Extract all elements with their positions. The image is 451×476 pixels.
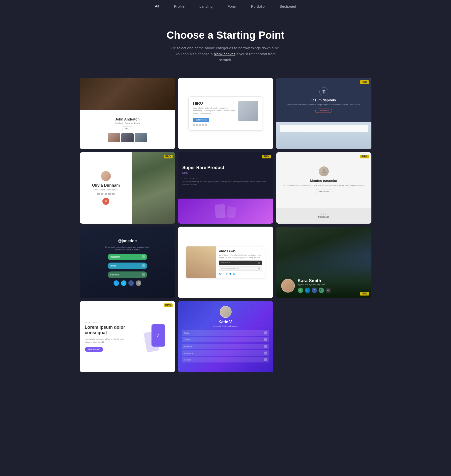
lorem-get-started-button[interactable]: Get Started [85,347,103,352]
ipsum-description: Lorem ipsum dolor sit amet consectetur a… [287,104,360,106]
katie-row-label-twitter: Twitter [184,332,190,334]
kara-name: Kara Smith [298,278,331,283]
ipsum-top-section: Ipsum dapibus Lorem ipsum dolor sit amet… [276,78,371,122]
card-lorem-ipsum[interactable]: PRO ADOBE XERO Lorem ipsum dolor consequ… [80,301,175,372]
facebook-icon[interactable]: f [223,273,224,275]
olivia-social-icons [97,193,115,195]
facebook-icon[interactable]: f [312,288,317,293]
ipsum-white-box [280,125,368,132]
instagram-icon [264,352,267,355]
user-icon[interactable]: 👤 [229,273,232,275]
thumbnail-3 [135,133,147,142]
olivia-icon-1 [97,193,100,195]
card-anne-lewis[interactable]: Anne Lewis Lorem ipsum dolor sit amet ut… [178,227,273,298]
globe-icon[interactable]: 🌐 [233,273,236,275]
nav-item-sectioned[interactable]: Sectioned [279,4,296,10]
lorem-text-area: ADOBE XERO Lorem ipsum dolor consequat N… [85,322,130,352]
anne-email-input[interactable]: anne.lewis@domain.net [219,266,262,271]
olivia-content-area: Olivia Dunham Senior Experience Engineer… [80,152,132,224]
card-super-rare-product[interactable]: PRO Super Rare Product $199 THE DETAILS … [178,152,273,224]
hiro-card-inner: HIRO Lorem ipsum dolor sit amet consecte… [188,96,263,131]
katie-row-label-substack: Substack [184,345,192,348]
product-title: Super Rare Product [182,165,269,170]
linkedin-icon[interactable]: in [305,288,310,293]
nav-item-landing[interactable]: Landing [199,4,212,10]
katie-row-substack[interactable]: Substack [182,344,269,349]
card-top-image [80,78,175,110]
anne-password-input[interactable]: ************** [219,261,262,265]
nav-item-all[interactable]: All [155,4,159,10]
phone-icon[interactable]: 📞 [319,288,324,293]
jane-instagram-link[interactable]: Instagram [108,254,147,260]
montes-name: Montes nascetur [310,179,337,183]
katie-row-label-instagram: Instagram [184,352,193,354]
hiro-button[interactable]: Get in Touch [193,118,209,122]
card-janedoe[interactable]: @janedoe lorem dolor lorem ultrices eros… [80,227,175,298]
hero-description: Or select one of the above categories to… [169,45,283,63]
pro-badge: PRO [360,80,369,84]
github-icon[interactable]: G [298,288,303,293]
thumbnail-1 [108,133,120,142]
montes-description: Sit lorem ipsum dolor set consequat port… [283,184,364,187]
katie-row-twitter[interactable]: Twitter [182,330,269,336]
product-shape-1 [215,204,226,218]
nav-item-form[interactable]: Form [227,4,236,10]
jane-tiktok-label: TikTok [110,265,117,267]
pro-badge: PRO [164,155,173,158]
card-olivia-dunham[interactable]: PRO Olivia Dunham Senior Experience Engi… [80,152,175,224]
ipsum-learn-button[interactable]: Learn More [315,109,332,113]
katie-row-medium[interactable]: Medium [182,357,269,362]
bio-button[interactable]: BIO [122,126,133,131]
pro-badge: PRO [164,303,173,307]
email-icon[interactable]: ✉ [326,288,331,293]
card-katie-v[interactable]: Katie V. Molecular Systems Engineer Twit… [178,301,273,372]
svg-point-0 [323,169,325,171]
vimeo-icon[interactable]: V [121,280,126,286]
facebook-icon[interactable]: f [128,280,134,286]
jane-tiktok-link[interactable]: TikTok [108,263,147,269]
email-icon[interactable]: ✉ [136,280,141,286]
katie-row-instagram[interactable]: Instagram [182,350,269,356]
card-hiro[interactable]: HIRO Lorem ipsum dolor sit amet consecte… [178,78,273,149]
building-icon [322,89,326,94]
hiro-icon-4 [202,124,204,126]
kara-social-icons: G in f 📞 ✉ [298,288,331,293]
jane-social-row: 🐦 V f ✉ [114,280,141,286]
olivia-icon-2 [101,193,103,195]
olivia-avatar [101,171,111,181]
katie-row-discord[interactable]: Discord [182,337,269,342]
card-ipsum-dapibus[interactable]: PRO Ipsum dapibus Lorem ipsum dolor sit … [276,78,371,149]
jane-handle: @janedoe [118,239,137,243]
twitter-icon[interactable]: 🐦 [114,280,119,286]
katie-subtitle: Molecular Systems Engineer [182,325,269,327]
lorem-description: Nam feugiat dui pretium Duis at nibh tor… [85,338,130,344]
product-top-section: Super Rare Product $199 THE DETAILS Tell… [178,152,273,199]
montes-dot-1 [321,213,322,215]
olivia-icon-3 [105,193,107,195]
olivia-icon-5 [112,193,115,195]
anne-photo [186,246,216,278]
card-john-anderton[interactable]: John Anderton Aesthetic Documentarian BI… [80,78,175,149]
card-kara-smith[interactable]: PRO Kara Smith Hyperspace Systems Engine… [276,227,371,298]
olivia-contact-button[interactable]: ✉ [102,198,109,205]
nav-item-profile[interactable]: Profile [174,4,185,10]
product-bottom-visual [178,199,273,224]
jane-snapchat-link[interactable]: Snapchat [108,271,147,278]
katie-row-label-medium: Medium [184,359,191,361]
substack-icon [264,345,267,348]
anne-password-dots: ************** [220,262,258,264]
twitter-icon[interactable]: 🐦 [219,273,222,275]
blank-canvas-link[interactable]: blank canvas [214,52,236,56]
card-montes-nascetur[interactable]: PRO Montes nascetur Sit lorem ipsum dolo… [276,152,371,224]
jane-snap-label: Snapchat [110,273,120,276]
card-name: John Anderton [115,117,140,121]
ipsum-icon-circle [319,87,328,96]
lorem-visual-area: ✓ [135,322,170,352]
montes-get-started-button[interactable]: Get Started [315,189,332,194]
ipsum-bottom-section [276,122,371,149]
nav-bar: All Profile Landing Form Portfolio Secti… [0,0,451,14]
thumbnail-row [108,133,147,142]
nav-item-portfolio[interactable]: Portfolio [251,4,265,10]
product-details-label: THE DETAILS [182,177,269,179]
link-icon[interactable]: 🔗 [225,273,228,275]
